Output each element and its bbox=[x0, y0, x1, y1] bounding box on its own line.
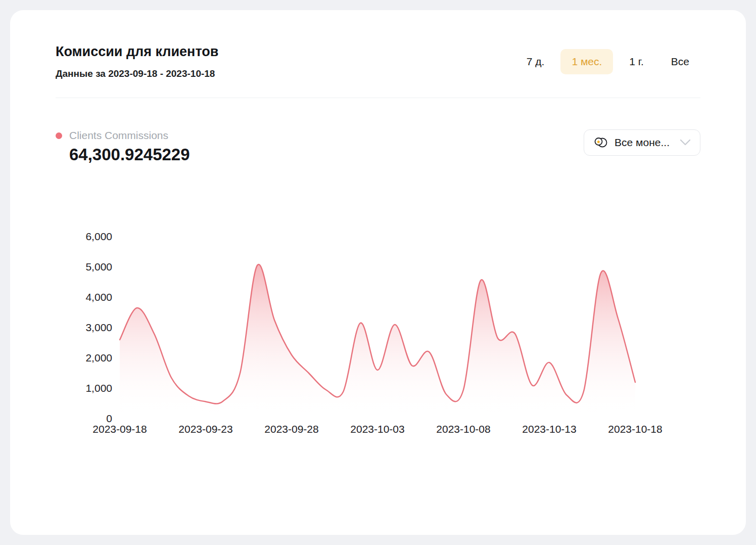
page-title: Комиссии для клиентов bbox=[56, 43, 218, 60]
x-axis-tick: 2023-10-08 bbox=[436, 423, 490, 435]
y-axis-tick: 6,000 bbox=[85, 231, 112, 242]
commissions-card: Комиссии для клиентов Данные за 2023-09-… bbox=[10, 10, 746, 535]
range-button-1m[interactable]: 1 мес. bbox=[560, 49, 613, 74]
y-axis-tick: 3,000 bbox=[85, 322, 112, 333]
area-chart[interactable]: 01,0002,0003,0004,0005,0006,0002023-09-1… bbox=[56, 226, 700, 444]
coins-icon: ★ bbox=[593, 135, 608, 150]
range-button-7d[interactable]: 7 д. bbox=[515, 49, 556, 74]
time-range-switcher: 7 д. 1 мес. 1 г. Все bbox=[515, 49, 700, 74]
x-axis-tick: 2023-09-23 bbox=[178, 423, 232, 435]
x-axis-tick: 2023-09-18 bbox=[92, 423, 147, 435]
legend-row: Clients Commissions 64,300.9245229 ★ Все… bbox=[56, 129, 700, 164]
y-axis-tick: 0 bbox=[106, 413, 112, 424]
x-axis-tick: 2023-10-13 bbox=[522, 423, 576, 435]
chevron-down-icon bbox=[680, 139, 691, 146]
coin-filter-label: Все моне... bbox=[615, 137, 670, 149]
series-area-fill bbox=[120, 264, 635, 419]
x-axis-tick: 2023-10-03 bbox=[350, 423, 404, 435]
y-axis-tick: 1,000 bbox=[85, 382, 112, 394]
chart-canvas[interactable]: 01,0002,0003,0004,0005,0006,0002023-09-1… bbox=[56, 226, 700, 444]
series-dot-icon bbox=[56, 132, 62, 139]
header-titles: Комиссии для клиентов Данные за 2023-09-… bbox=[56, 43, 218, 79]
coin-filter-dropdown[interactable]: ★ Все моне... bbox=[584, 129, 700, 156]
series-legend: Clients Commissions bbox=[56, 129, 190, 142]
y-axis-tick: 5,000 bbox=[85, 261, 112, 272]
range-button-all[interactable]: Все bbox=[660, 49, 700, 74]
svg-text:★: ★ bbox=[596, 139, 601, 145]
total-value: 64,300.9245229 bbox=[69, 145, 190, 164]
legend-block: Clients Commissions 64,300.9245229 bbox=[56, 129, 190, 164]
card-header: Комиссии для клиентов Данные за 2023-09-… bbox=[56, 43, 700, 79]
x-axis-tick: 2023-10-18 bbox=[608, 423, 662, 435]
range-button-1y[interactable]: 1 г. bbox=[618, 49, 654, 74]
date-range-subtitle: Данные за 2023-09-18 - 2023-10-18 bbox=[56, 68, 218, 79]
y-axis-tick: 4,000 bbox=[85, 291, 112, 303]
header-divider bbox=[56, 98, 700, 98]
series-label: Clients Commissions bbox=[69, 129, 168, 142]
x-axis-tick: 2023-09-28 bbox=[264, 423, 318, 435]
y-axis-tick: 2,000 bbox=[85, 352, 112, 364]
